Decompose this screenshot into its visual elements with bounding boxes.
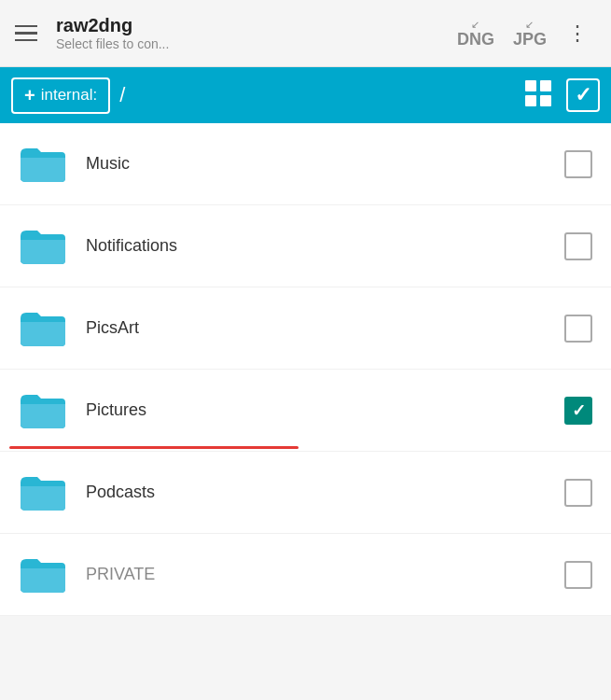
file-name: Music	[86, 154, 564, 174]
header-actions: ↙ DNG ↙ JPG ⋮	[451, 16, 596, 51]
file-name: Notifications	[86, 236, 564, 256]
title-block: raw2dng Select files to con...	[56, 15, 451, 51]
list-item[interactable]: Pictures✓	[0, 370, 611, 452]
file-name: PRIVATE	[86, 565, 564, 584]
item-checkbox[interactable]	[564, 232, 592, 260]
grid-view-button[interactable]	[523, 78, 553, 112]
list-item[interactable]: Music	[0, 123, 611, 205]
svg-rect-0	[525, 80, 536, 91]
file-list: Music Notifications PicsArt Pictures✓ Po…	[0, 123, 611, 616]
list-item[interactable]: PRIVATE	[0, 534, 611, 616]
app-subtitle: Select files to con...	[56, 36, 451, 51]
item-checkbox[interactable]	[564, 479, 592, 507]
app-title: raw2dng	[56, 15, 451, 36]
folder-icon	[19, 555, 67, 595]
folder-icon	[19, 309, 67, 348]
internal-storage-button[interactable]: + internal:	[11, 77, 110, 114]
app-header: raw2dng Select files to con... ↙ DNG ↙ J…	[0, 0, 611, 67]
folder-icon	[19, 145, 67, 184]
file-name: PicsArt	[86, 318, 564, 338]
jpg-label: JPG	[513, 31, 547, 48]
folder-icon	[19, 391, 67, 430]
list-item[interactable]: Notifications	[0, 205, 611, 287]
convert-to-jpg-button[interactable]: ↙ JPG	[507, 16, 552, 51]
plus-icon: +	[24, 85, 35, 106]
more-options-button[interactable]: ⋮	[560, 18, 596, 49]
item-checkbox[interactable]: ✓	[564, 397, 592, 425]
item-checkbox[interactable]	[564, 561, 592, 589]
list-item[interactable]: Podcasts	[0, 452, 611, 534]
folder-icon	[19, 227, 67, 266]
jpg-arrow: ↙	[525, 20, 534, 30]
dng-arrow: ↙	[471, 20, 479, 30]
select-all-checkmark: ✓	[575, 83, 591, 107]
file-name: Pictures	[86, 400, 564, 420]
svg-rect-1	[540, 80, 551, 91]
internal-label: internal:	[41, 86, 97, 105]
hamburger-menu[interactable]	[15, 25, 37, 42]
item-checkbox[interactable]	[564, 150, 592, 178]
item-checkbox[interactable]	[564, 315, 592, 343]
svg-rect-3	[540, 95, 551, 106]
select-all-checkbox[interactable]: ✓	[566, 78, 600, 112]
svg-rect-2	[525, 95, 536, 106]
folder-icon	[19, 473, 67, 512]
dng-label: DNG	[457, 31, 494, 48]
path-separator: /	[119, 83, 125, 107]
list-item[interactable]: PicsArt	[0, 287, 611, 370]
convert-to-dng-button[interactable]: ↙ DNG	[451, 16, 500, 51]
file-toolbar: + internal: / ✓	[0, 67, 611, 123]
file-name: Podcasts	[86, 483, 564, 502]
annotation-line	[9, 446, 299, 449]
